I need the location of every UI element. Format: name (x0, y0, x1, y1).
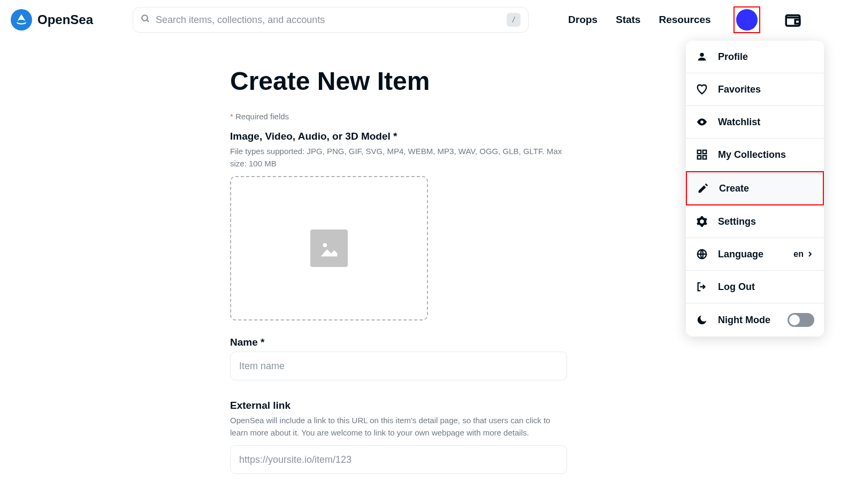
name-field: Name * (230, 337, 567, 395)
svg-point-0 (142, 15, 148, 21)
dropdown-favorites[interactable]: Favorites (686, 73, 824, 106)
logout-icon (696, 280, 708, 293)
dropdown-label: Night Mode (718, 315, 778, 326)
image-placeholder-icon (310, 230, 348, 267)
dropdown-language[interactable]: Language en (686, 238, 824, 271)
dropdown-label: Watchlist (718, 117, 814, 128)
nav-resources[interactable]: Resources (659, 14, 710, 26)
language-value-wrap: en (793, 249, 814, 259)
gear-icon (696, 215, 708, 228)
media-label: Image, Video, Audio, or 3D Model * (230, 131, 567, 142)
dropdown-label: My Collections (718, 149, 814, 161)
dropdown-create[interactable]: Create (686, 171, 824, 205)
header: OpenSea / Drops Stats Resources (0, 0, 856, 40)
dropdown-profile[interactable]: Profile (686, 41, 824, 73)
media-help: File types supported: JPG, PNG, GIF, SVG… (230, 146, 567, 170)
required-note: * Required fields (230, 112, 567, 121)
dropdown-label: Language (718, 249, 784, 260)
moon-icon (696, 314, 708, 326)
pencil-icon (697, 182, 709, 195)
name-label: Name * (230, 337, 567, 348)
profile-dropdown: Profile Favorites Watchlist My Collectio… (686, 41, 824, 337)
svg-rect-8 (698, 156, 701, 159)
svg-rect-6 (698, 150, 701, 154)
nav-drops[interactable]: Drops (568, 14, 598, 26)
upload-zone[interactable] (230, 176, 428, 320)
media-field: Image, Video, Audio, or 3D Model * File … (230, 131, 567, 320)
svg-rect-3 (795, 20, 800, 24)
eye-icon (696, 116, 708, 128)
avatar-highlight (733, 6, 760, 33)
main-content: Create New Item * Required fields Image,… (230, 40, 567, 489)
search-shortcut-badge: / (507, 13, 521, 27)
dropdown-logout[interactable]: Log Out (686, 271, 824, 303)
search-icon (141, 14, 150, 26)
language-value: en (793, 249, 804, 259)
wallet-icon[interactable] (784, 11, 802, 29)
svg-point-11 (323, 243, 327, 247)
profile-avatar[interactable] (736, 9, 758, 30)
dropdown-label: Profile (718, 51, 814, 63)
svg-point-5 (700, 120, 704, 124)
svg-rect-7 (703, 150, 706, 154)
name-input[interactable] (230, 352, 567, 380)
dropdown-collections[interactable]: My Collections (686, 139, 824, 171)
search-bar[interactable]: / (133, 7, 529, 33)
dropdown-label: Log Out (718, 281, 814, 293)
nightmode-toggle[interactable] (788, 313, 814, 327)
dropdown-settings[interactable]: Settings (686, 205, 824, 238)
dropdown-label: Create (719, 183, 813, 194)
external-help: OpenSea will include a link to this URL … (230, 415, 567, 439)
svg-line-1 (147, 20, 149, 22)
dropdown-watchlist[interactable]: Watchlist (686, 106, 824, 139)
nav-stats[interactable]: Stats (616, 14, 640, 26)
dropdown-nightmode[interactable]: Night Mode (686, 303, 824, 337)
svg-rect-9 (703, 156, 706, 159)
external-link-field: External link OpenSea will include a lin… (230, 400, 567, 489)
svg-point-4 (700, 53, 704, 57)
external-link-input[interactable] (230, 445, 567, 474)
page-title: Create New Item (230, 66, 567, 96)
brand-name: OpenSea (37, 12, 93, 27)
person-icon (696, 50, 708, 63)
nav-links: Drops Stats Resources (568, 14, 711, 26)
logo-icon (11, 9, 32, 30)
dropdown-label: Settings (718, 216, 814, 227)
logo[interactable]: OpenSea (11, 9, 93, 30)
search-input[interactable] (156, 14, 501, 26)
chevron-right-icon (806, 250, 814, 258)
globe-icon (696, 248, 708, 261)
heart-icon (696, 83, 708, 96)
dropdown-label: Favorites (718, 84, 814, 95)
external-label: External link (230, 400, 567, 411)
grid-icon (696, 148, 708, 161)
